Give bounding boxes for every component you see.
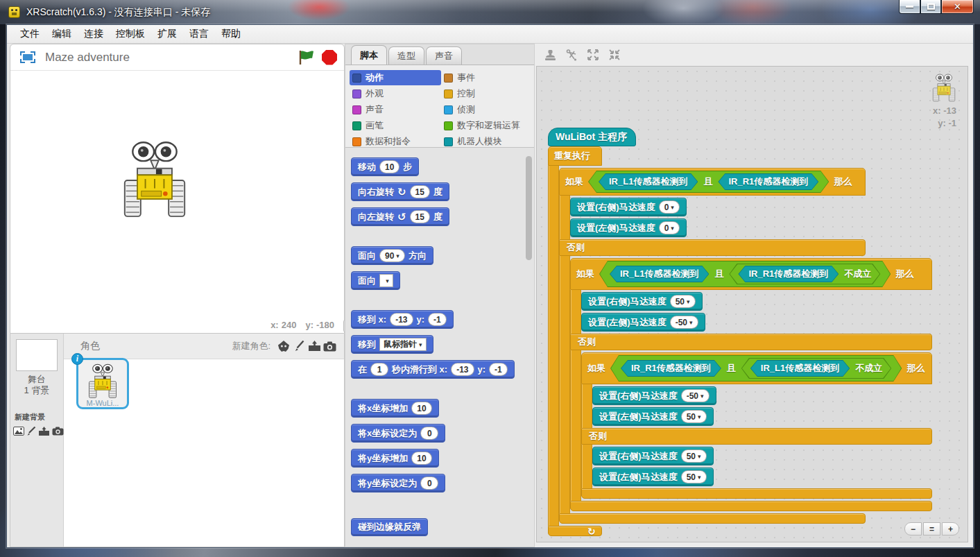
block-goto-mouse[interactable]: 移到鼠标指针 xyxy=(351,335,433,354)
block-change-x[interactable]: 将x坐标增加10 xyxy=(351,399,439,418)
menu-edit[interactable]: 编辑 xyxy=(46,26,78,42)
zoom-out-button[interactable]: − xyxy=(904,522,922,535)
block-set-y[interactable]: 将y坐标设定为0 xyxy=(351,474,445,492)
stamp-duplicate-icon[interactable] xyxy=(543,48,557,62)
block-point-towards[interactable]: 面向 xyxy=(351,271,400,290)
stop-button[interactable] xyxy=(322,50,337,65)
sensor-ir-l1-block[interactable]: IR_L1传感器检测到 xyxy=(599,173,698,190)
stage-thumbnail[interactable] xyxy=(16,339,58,371)
minimize-button[interactable] xyxy=(899,0,920,14)
delta-y-value[interactable]: 10 xyxy=(411,452,431,465)
sensor-ir-r1-block[interactable]: IR_R1传感器检测到 xyxy=(738,266,839,282)
sensor-ir-r1-block[interactable]: IR_R1传感器检测到 xyxy=(718,173,818,190)
speed-dropdown[interactable]: 50 xyxy=(670,295,696,308)
x-value[interactable]: -13 xyxy=(390,313,413,326)
hat-block-wulibot-main[interactable]: WuLiBot 主程序 xyxy=(548,128,636,146)
tab-sounds[interactable]: 声音 xyxy=(426,46,462,65)
delta-x-value[interactable]: 10 xyxy=(411,402,431,415)
robot-sprite[interactable] xyxy=(121,140,188,221)
set-left-motor-block[interactable]: 设置(左侧)马达速度-50 xyxy=(581,313,705,332)
speed-dropdown[interactable]: -50 xyxy=(670,316,698,329)
menu-connect[interactable]: 连接 xyxy=(78,26,110,42)
degrees-value[interactable]: 15 xyxy=(410,210,430,223)
direction-dropdown[interactable]: 90 xyxy=(379,249,405,262)
shrink-sprite-icon[interactable] xyxy=(608,48,621,62)
block-set-x[interactable]: 将x坐标设定为0 xyxy=(351,424,445,443)
upload-backdrop-icon[interactable] xyxy=(38,425,50,438)
not-operator-block[interactable]: IR_L1传感器检测到 不成立 xyxy=(741,358,891,379)
steps-value[interactable]: 10 xyxy=(379,160,399,173)
set-left-motor-block[interactable]: 设置(左侧)马达速度50 xyxy=(592,407,714,426)
maximize-button[interactable] xyxy=(920,0,941,14)
backdrop-from-library-icon[interactable] xyxy=(13,425,24,438)
tab-scripts[interactable]: 脚本 xyxy=(351,45,387,65)
category-sound[interactable]: 声音 xyxy=(350,102,441,117)
block-point-in-direction[interactable]: 面向90方向 xyxy=(351,246,433,265)
menu-extensions[interactable]: 扩展 xyxy=(151,26,183,42)
category-motion[interactable]: 动作 xyxy=(350,70,441,85)
if-else-block-1[interactable]: 如果 IR_L1传感器检测到 且 IR_R1传感器检测到 那么 xyxy=(559,168,932,524)
category-events[interactable]: 事件 xyxy=(441,70,533,85)
speed-dropdown[interactable]: 0 xyxy=(659,221,680,234)
and-operator-block[interactable]: IR_R1传感器检测到 且 IR_L1传感器检测到 不成立 xyxy=(610,355,902,382)
block-move-steps[interactable]: 移动10步 xyxy=(351,157,419,176)
set-x-value[interactable]: 0 xyxy=(420,427,438,440)
scissors-delete-icon[interactable] xyxy=(565,48,578,62)
set-right-motor-block[interactable]: 设置(右侧)马达速度50 xyxy=(592,447,714,465)
menu-board[interactable]: 控制板 xyxy=(110,26,151,42)
goto-target-dropdown[interactable]: 鼠标指针 xyxy=(379,338,427,351)
block-bounce-on-edge[interactable]: 碰到边缘就反弹 xyxy=(351,518,428,536)
not-operator-block[interactable]: IR_R1传感器检测到 不成立 xyxy=(729,264,880,284)
sensor-ir-r1-block[interactable]: IR_R1传感器检测到 xyxy=(621,360,721,377)
speed-dropdown[interactable]: 50 xyxy=(681,470,707,483)
block-turn-right[interactable]: 向右旋转↻15度 xyxy=(351,182,449,201)
set-y-value[interactable]: 0 xyxy=(420,477,438,490)
new-sprite-from-library-icon[interactable] xyxy=(276,339,291,353)
and-operator-block[interactable]: IR_L1传感器检测到 且 IR_R1传感器检测到 不成立 xyxy=(599,261,891,287)
zoom-in-button[interactable]: + xyxy=(942,522,959,535)
camera-backdrop-icon[interactable] xyxy=(52,425,64,438)
block-glide-to-xy[interactable]: 在1秒内滑行到 x:-13y:-1 xyxy=(351,360,515,379)
stage-canvas[interactable] xyxy=(10,71,344,316)
sensor-ir-l1-block[interactable]: IR_L1传感器检测到 xyxy=(750,360,850,377)
and-operator-block[interactable]: IR_L1传感器检测到 且 IR_R1传感器检测到 xyxy=(588,171,829,193)
block-turn-left[interactable]: 向左旋转↺15度 xyxy=(351,207,449,226)
set-right-motor-block[interactable]: 设置(右侧)马达速度50 xyxy=(581,292,703,311)
category-operators[interactable]: 数字和逻辑运算 xyxy=(441,118,533,133)
speed-dropdown[interactable]: 50 xyxy=(681,410,707,423)
if-else-block-3[interactable]: 如果 IR_R1传感器检测到 且 IR_L1传感器检测到 xyxy=(581,352,932,499)
category-control[interactable]: 控制 xyxy=(441,86,533,101)
block-goto-xy[interactable]: 移到 x:-13y:-1 xyxy=(351,310,454,329)
forever-block[interactable]: 重复执行 如果 IR_L1传感器检测到 且 xyxy=(548,146,932,536)
block-palette[interactable]: 移动10步 向右旋转↻15度 向左旋转↺15度 面向90方向 面向 移到 x:-… xyxy=(345,147,534,547)
category-looks[interactable]: 外观 xyxy=(350,86,441,101)
tab-costumes[interactable]: 造型 xyxy=(388,46,424,65)
menu-help[interactable]: 帮助 xyxy=(215,26,247,42)
speed-dropdown[interactable]: 50 xyxy=(681,449,707,463)
paint-backdrop-icon[interactable] xyxy=(26,425,36,438)
degrees-value[interactable]: 15 xyxy=(410,185,430,198)
x-value[interactable]: -13 xyxy=(451,363,474,376)
upload-sprite-icon[interactable] xyxy=(307,339,322,353)
palette-scrollbar[interactable] xyxy=(526,156,532,260)
category-sensing[interactable]: 侦测 xyxy=(441,102,533,117)
menu-language[interactable]: 语言 xyxy=(183,26,215,42)
point-towards-dropdown[interactable] xyxy=(379,274,393,287)
sprite-card-mwulibot[interactable]: i M-WuLi... xyxy=(76,358,129,409)
speed-dropdown[interactable]: -50 xyxy=(681,389,710,402)
zoom-reset-button[interactable]: = xyxy=(923,522,940,535)
menu-file[interactable]: 文件 xyxy=(14,26,46,42)
speed-dropdown[interactable]: 0 xyxy=(659,200,680,214)
script-canvas[interactable]: x: -13 y: -1 WuLiBot 主程序 重复执行 xyxy=(536,66,968,542)
category-pen[interactable]: 画笔 xyxy=(350,118,441,133)
fullscreen-icon[interactable] xyxy=(20,51,35,63)
if-else-block-2[interactable]: 如果 IR_L1传感器检测到 且 IR_R1传感器检测到 不成立 xyxy=(570,258,932,511)
set-left-motor-block[interactable]: 设置(左侧)马达速度50 xyxy=(592,468,714,486)
grow-sprite-icon[interactable] xyxy=(586,48,600,62)
block-change-y[interactable]: 将y坐标增加10 xyxy=(351,449,439,468)
sensor-ir-l1-block[interactable]: IR_L1传感器检测到 xyxy=(610,266,709,282)
y-value[interactable]: -1 xyxy=(428,313,447,326)
set-right-motor-block[interactable]: 设置(右侧)马达速度-50 xyxy=(592,386,716,405)
script-stack[interactable]: WuLiBot 主程序 重复执行 如果 IR_L1传感器检测到 xyxy=(548,128,932,536)
paint-new-sprite-icon[interactable] xyxy=(291,339,307,353)
